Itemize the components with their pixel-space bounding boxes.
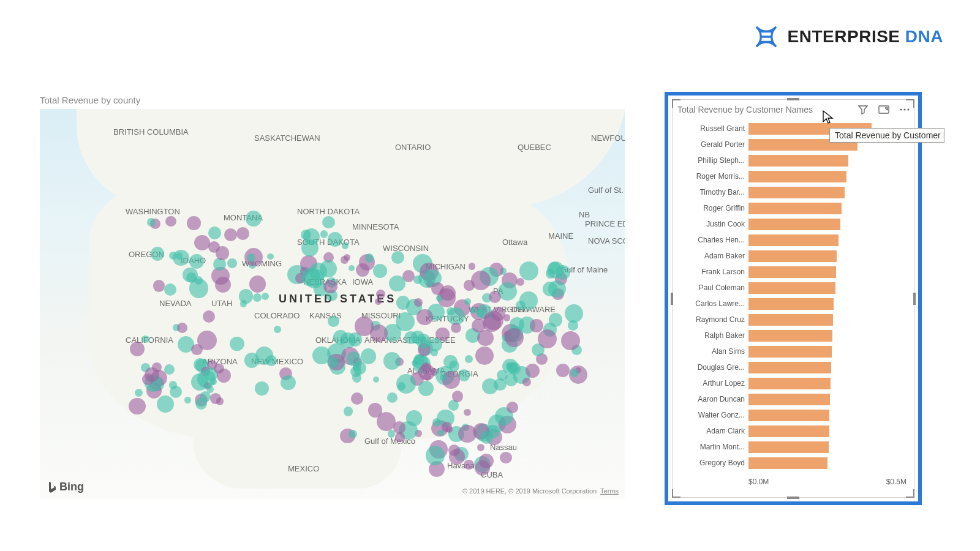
map-visual[interactable]: Total Revenue by county UNITED STATES Bi… (40, 95, 625, 499)
map-bubble[interactable] (239, 289, 253, 303)
map-bubble[interactable] (452, 391, 463, 402)
map-bubble[interactable] (476, 309, 484, 317)
map-bubble[interactable] (565, 304, 583, 323)
map-bubble[interactable] (556, 364, 570, 377)
resize-handle[interactable] (906, 489, 914, 498)
map-bubble[interactable] (333, 330, 348, 345)
map-bubble[interactable] (187, 216, 200, 230)
map-bubble[interactable] (170, 386, 182, 398)
map-bubble[interactable] (413, 276, 422, 284)
bar-fill[interactable] (748, 378, 831, 389)
bar-fill[interactable] (748, 171, 846, 182)
bar-fill[interactable] (748, 266, 836, 278)
bar-fill[interactable] (748, 203, 842, 214)
map-bubble[interactable] (477, 330, 494, 347)
map-bubble[interactable] (194, 235, 209, 250)
map-bubble[interactable] (342, 242, 349, 249)
bar-fill[interactable] (748, 410, 829, 421)
bar-fill[interactable] (748, 457, 827, 469)
map-bubble[interactable] (526, 364, 540, 378)
map-bubble[interactable] (549, 313, 562, 326)
bar-row[interactable]: Walter Gonz... (679, 407, 907, 423)
filter-icon[interactable] (858, 104, 869, 115)
map-bubble[interactable] (470, 307, 477, 313)
map-bubble[interactable] (262, 293, 269, 300)
map-bubble[interactable] (147, 218, 156, 227)
map-bubble[interactable] (350, 366, 361, 377)
map-bubble[interactable] (418, 364, 435, 381)
map-bubble[interactable] (323, 280, 337, 293)
bar-fill[interactable] (748, 298, 834, 310)
map-bubble[interactable] (327, 357, 338, 368)
map-bubble[interactable] (355, 317, 374, 336)
map-bubble[interactable] (320, 230, 328, 238)
map-bubble[interactable] (267, 253, 273, 260)
map-bubble[interactable] (375, 298, 382, 305)
bar-row[interactable]: Roger Morris... (679, 168, 907, 184)
map-bubble[interactable] (505, 328, 524, 347)
map-bubble[interactable] (197, 331, 217, 350)
resize-handle[interactable] (913, 293, 916, 305)
bar-fill[interactable] (748, 314, 833, 326)
map-bubble[interactable] (406, 410, 422, 426)
map-bubble[interactable] (177, 323, 187, 333)
map-bubble[interactable] (186, 272, 197, 283)
map-bubble[interactable] (482, 378, 498, 394)
map-bubble[interactable] (328, 316, 339, 328)
map-bubble[interactable] (477, 444, 484, 451)
bar-fill[interactable] (748, 441, 829, 453)
map-bubble[interactable] (464, 460, 474, 470)
map-bubble[interactable] (395, 432, 405, 442)
map-bubble[interactable] (412, 360, 418, 366)
map-bubble[interactable] (516, 301, 526, 310)
map-bubble[interactable] (383, 352, 401, 370)
map-bubble[interactable] (475, 460, 490, 476)
map-bubble[interactable] (469, 263, 475, 269)
map-bubble[interactable] (255, 381, 269, 395)
map-bubble[interactable] (301, 230, 311, 240)
map-bubble[interactable] (373, 264, 387, 278)
map-bubble[interactable] (208, 227, 221, 239)
map-bubble[interactable] (416, 334, 431, 348)
map-bubble[interactable] (414, 298, 422, 306)
bar-chart-visual[interactable]: Total Revenue by Customer Names Russell … (665, 92, 922, 505)
bar-fill[interactable] (748, 362, 831, 373)
bar-row[interactable]: Adam Clark (679, 423, 907, 439)
map-bubble[interactable] (206, 386, 214, 393)
map-bubble[interactable] (130, 342, 145, 356)
bar-fill[interactable] (748, 234, 839, 246)
map-bubble[interactable] (396, 296, 410, 310)
map-bubble[interactable] (197, 370, 216, 388)
bar-chart-body[interactable]: Russell GrantGerald PorterPhillip Steph.… (679, 121, 907, 471)
bar-fill[interactable] (748, 155, 848, 167)
map-bubble[interactable] (141, 335, 149, 343)
map-bubble[interactable] (230, 337, 244, 351)
map-bubble[interactable] (249, 276, 266, 293)
map-bubble[interactable] (548, 280, 565, 298)
terms-link[interactable]: Terms (600, 487, 619, 495)
map-bubble[interactable] (500, 452, 511, 463)
map-bubble[interactable] (224, 228, 237, 241)
map-canvas[interactable]: UNITED STATES Bing © 2019 HERE, © 2019 M… (40, 109, 625, 500)
map-bubble[interactable] (443, 355, 458, 369)
map-bubble[interactable] (547, 261, 564, 279)
bar-row[interactable]: Aaron Duncan (679, 391, 907, 407)
focus-mode-icon[interactable] (878, 104, 889, 115)
map-bubble[interactable] (446, 426, 453, 433)
resize-handle[interactable] (787, 98, 799, 100)
map-bubble[interactable] (236, 227, 249, 240)
bar-row[interactable]: Ralph Baker (679, 328, 907, 343)
map-bubble[interactable] (322, 216, 334, 228)
bar-fill[interactable] (748, 187, 845, 198)
map-bubble[interactable] (507, 402, 518, 413)
map-bubble[interactable] (184, 397, 190, 403)
map-bubble[interactable] (480, 431, 493, 444)
map-bubble[interactable] (458, 369, 470, 381)
resize-handle[interactable] (671, 293, 673, 305)
bar-row[interactable]: Paul Coleman (679, 280, 907, 296)
map-bubble[interactable] (253, 293, 262, 302)
bar-row[interactable]: Gregory Boyd (679, 455, 907, 471)
map-bubble[interactable] (266, 355, 277, 366)
map-bubble[interactable] (484, 311, 503, 331)
map-bubble[interactable] (464, 409, 470, 416)
